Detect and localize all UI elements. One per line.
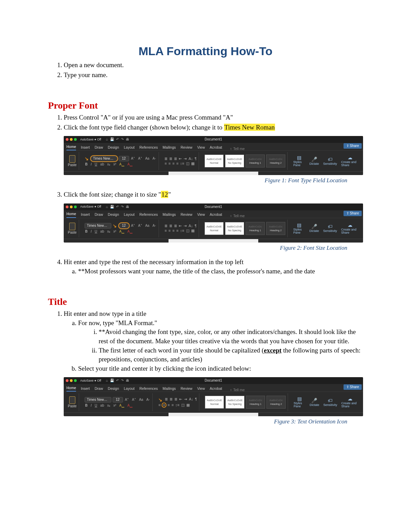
- style-heading-1[interactable]: AaBbCcDcHeading 1: [246, 396, 265, 409]
- sup-icon[interactable]: x²: [113, 404, 117, 408]
- paste-button[interactable]: Paste: [68, 396, 77, 408]
- share-button[interactable]: ⇪ Share: [344, 143, 362, 149]
- justify-icon[interactable]: ≡: [176, 229, 178, 233]
- share-button[interactable]: ⇪ Share: [344, 384, 362, 390]
- save-icon[interactable]: 💾: [110, 138, 114, 141]
- style-normal[interactable]: AaBbCcDdENormal: [204, 222, 224, 235]
- style-no-spacing[interactable]: AaBbCcDdENo Spacing: [225, 222, 244, 235]
- tab-review[interactable]: Review: [180, 213, 192, 218]
- paragraph-mark-icon[interactable]: ¶: [195, 157, 197, 161]
- undo-icon[interactable]: ↶: [116, 138, 119, 141]
- tab-draw[interactable]: Draw: [95, 146, 103, 151]
- indent-left-icon[interactable]: ⇤: [179, 157, 182, 161]
- align-center-icon[interactable]: ≡: [169, 229, 171, 233]
- line-spacing-icon[interactable]: ↕≡: [180, 229, 184, 233]
- save-icon[interactable]: 💾: [110, 379, 114, 382]
- style-heading-2[interactable]: AaBbCcDcHeading 2: [266, 396, 286, 409]
- strike-icon[interactable]: ab: [100, 230, 105, 234]
- number-list-icon[interactable]: ≣: [170, 397, 173, 402]
- number-list-icon[interactable]: ≣: [169, 157, 172, 161]
- align-left-icon[interactable]: ≡: [164, 162, 166, 165]
- indent-right-icon[interactable]: ⇥: [184, 157, 187, 161]
- redo-icon[interactable]: ↷: [121, 379, 124, 382]
- style-no-spacing[interactable]: AaBbCcDdENo Spacing: [225, 154, 244, 168]
- print-icon[interactable]: 🖶: [126, 138, 129, 141]
- tell-me[interactable]: ♀ Tell me: [229, 388, 245, 392]
- save-icon[interactable]: 💾: [110, 205, 114, 209]
- dictate-button[interactable]: 🎤Dictate: [309, 224, 319, 233]
- sort-icon[interactable]: A↓: [188, 224, 193, 228]
- dictate-button[interactable]: 🎤Dictate: [309, 157, 319, 165]
- quick-access-icons[interactable]: ⌂💾↶↷🖶: [106, 138, 129, 141]
- tab-acrobat[interactable]: Acrobat: [210, 146, 222, 151]
- tab-mailings[interactable]: Mailings: [163, 387, 176, 392]
- tab-view[interactable]: View: [197, 387, 205, 392]
- tab-insert[interactable]: Insert: [81, 213, 90, 218]
- font-color-icon[interactable]: A▁: [127, 162, 133, 166]
- increase-font-icon[interactable]: A˄: [130, 224, 136, 228]
- style-heading-1[interactable]: AaBbCcDcHeading 1: [246, 222, 265, 235]
- font-size-controls[interactable]: A˄A˅AaA◦: [130, 224, 157, 228]
- borders-icon[interactable]: ▦: [191, 162, 195, 165]
- bold-icon[interactable]: B: [85, 230, 88, 234]
- sensitivity-button[interactable]: 🏷Sensitivity: [323, 398, 337, 407]
- increase-font-icon[interactable]: A˄: [130, 157, 136, 161]
- styles-pane-button[interactable]: ▤Styles Pane: [293, 155, 305, 167]
- tab-draw[interactable]: Draw: [95, 213, 103, 218]
- sub-icon[interactable]: x₂: [107, 230, 111, 234]
- align-center-icon[interactable]: ≡: [162, 403, 166, 407]
- tab-review[interactable]: Review: [180, 387, 192, 392]
- indent-right-icon[interactable]: ⇥: [184, 397, 187, 402]
- bold-icon[interactable]: B: [85, 162, 88, 166]
- bullet-list-icon[interactable]: ≣: [164, 157, 167, 161]
- tab-design[interactable]: Design: [108, 387, 119, 392]
- undo-icon[interactable]: ↶: [116, 379, 119, 382]
- shading-icon[interactable]: ◫: [186, 162, 189, 165]
- bullet-list-icon[interactable]: ≣: [164, 224, 167, 228]
- italic-icon[interactable]: I: [90, 162, 92, 166]
- tab-insert[interactable]: Insert: [81, 146, 90, 151]
- decrease-font-icon[interactable]: A˅: [137, 224, 143, 228]
- font-size-field[interactable]: 12: [119, 223, 129, 228]
- borders-icon[interactable]: ▦: [186, 403, 190, 407]
- justify-icon[interactable]: ≡: [172, 403, 174, 407]
- style-no-spacing[interactable]: AaBbCcDdENo Spacing: [225, 396, 245, 409]
- tab-home[interactable]: Home: [66, 386, 76, 392]
- clear-formatting-icon[interactable]: A◦: [146, 398, 150, 402]
- sensitivity-button[interactable]: 🏷Sensitivity: [323, 157, 337, 165]
- multilevel-list-icon[interactable]: ≣: [174, 224, 177, 228]
- clear-formatting-icon[interactable]: A◦: [152, 157, 157, 161]
- align-right-icon[interactable]: ≡: [172, 162, 174, 165]
- tab-layout[interactable]: Layout: [124, 146, 135, 151]
- align-left-icon[interactable]: ≡: [158, 403, 160, 407]
- indent-left-icon[interactable]: ⇤: [179, 397, 182, 402]
- italic-icon[interactable]: I: [90, 230, 92, 234]
- align-center-icon[interactable]: ≡: [169, 162, 171, 165]
- quick-access-icons[interactable]: ⌂💾↶↷🖶: [106, 205, 129, 209]
- font-size-controls[interactable]: A˄A˅AaA◦: [124, 398, 151, 402]
- undo-icon[interactable]: ↶: [116, 205, 119, 209]
- change-case-icon[interactable]: Aa: [145, 157, 150, 161]
- style-heading-2[interactable]: AaBbCcDcHeading 2: [266, 154, 285, 168]
- clear-formatting-icon[interactable]: A◦: [152, 224, 157, 228]
- strike-icon[interactable]: ab: [100, 404, 105, 408]
- number-list-icon[interactable]: ≣: [169, 224, 172, 228]
- sort-icon[interactable]: A↓: [189, 397, 193, 402]
- font-name-field[interactable]: Times New…: [85, 397, 111, 403]
- bullet-list-icon[interactable]: ≣: [165, 397, 168, 402]
- decrease-font-icon[interactable]: A˅: [137, 157, 143, 161]
- indent-left-icon[interactable]: ⇤: [179, 224, 182, 228]
- sub-icon[interactable]: x₂: [107, 162, 111, 166]
- tell-me[interactable]: ♀ Tell me: [229, 214, 245, 218]
- font-size-field[interactable]: 12: [113, 397, 123, 403]
- share-button[interactable]: ⇪ Share: [344, 211, 362, 216]
- style-heading-2[interactable]: AaBbCcDcHeading 2: [266, 222, 285, 235]
- redo-icon[interactable]: ↷: [121, 205, 124, 209]
- multilevel-list-icon[interactable]: ≣: [174, 397, 177, 402]
- sub-icon[interactable]: x₂: [107, 404, 111, 408]
- window-controls[interactable]: [66, 206, 77, 208]
- tab-references[interactable]: References: [139, 387, 158, 392]
- bold-icon[interactable]: B: [85, 404, 88, 408]
- sup-icon[interactable]: x²: [113, 230, 117, 234]
- tell-me[interactable]: ♀ Tell me: [229, 147, 245, 151]
